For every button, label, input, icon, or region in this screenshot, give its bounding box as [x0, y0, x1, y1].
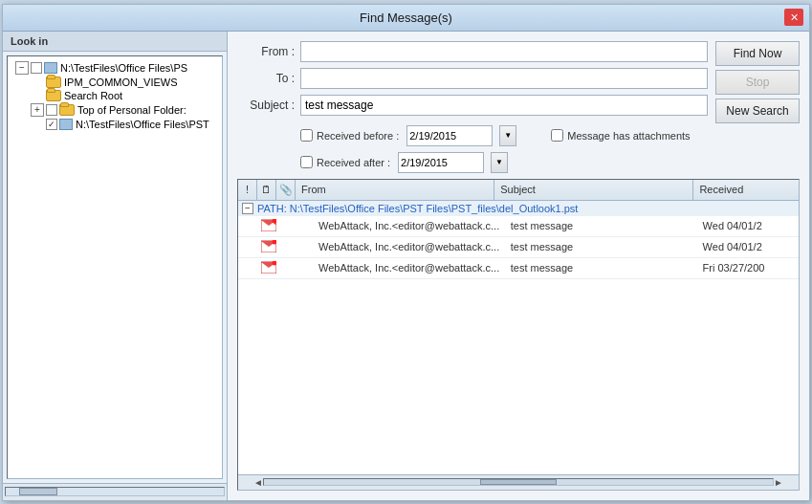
- tree-area[interactable]: − N:\TestFiles\Office Files\PS IPM_COMMO…: [7, 55, 223, 479]
- tree-expander-0[interactable]: −: [15, 61, 29, 75]
- tree-label-1: IPM_COMMON_VIEWS: [64, 77, 178, 88]
- group-collapse-btn[interactable]: −: [242, 203, 253, 214]
- received-after-group: Received after :: [300, 156, 390, 168]
- tree-item-1[interactable]: IPM_COMMON_VIEWS: [11, 76, 218, 89]
- folder-icon-3: [59, 104, 75, 116]
- received-before-label: Received before :: [317, 130, 399, 142]
- main-content: Look in − N:\TestFiles\Office Files\PS I…: [3, 32, 809, 500]
- from-label: From :: [237, 45, 295, 58]
- window-title: Find Message(s): [28, 11, 784, 25]
- received-before-arrow[interactable]: ▼: [499, 125, 516, 146]
- scroll-thumb[interactable]: [480, 479, 557, 485]
- close-button[interactable]: ✕: [784, 9, 803, 26]
- subject-input[interactable]: [300, 95, 708, 116]
- tree-item-4[interactable]: N:\TestFiles\Office Files\PST: [11, 118, 218, 131]
- row-subject-1: test message: [507, 241, 699, 252]
- attachments-label: Message has attachments: [567, 130, 690, 142]
- col-header-exclamation: !: [238, 180, 257, 200]
- tree-checkbox-3[interactable]: [46, 104, 57, 116]
- attachments-checkbox[interactable]: [551, 129, 563, 142]
- email-icon-2: [261, 261, 276, 274]
- tree-item-2[interactable]: Search Root: [11, 89, 218, 102]
- exclamation-icon: !: [246, 184, 249, 195]
- subject-row: Subject :: [237, 95, 708, 116]
- row-icon1-1: [257, 240, 276, 254]
- row-received-1: Wed 04/01/2: [699, 241, 799, 252]
- col-header-subject: Subject: [494, 180, 693, 200]
- tree-label-2: Search Root: [64, 90, 122, 101]
- left-scroll-track[interactable]: [5, 487, 225, 496]
- received-after-checkbox[interactable]: [300, 156, 313, 168]
- row-received-0: Wed 04/01/2: [699, 220, 799, 231]
- received-after-label: Received after :: [317, 157, 390, 168]
- tree-checkbox-4[interactable]: [46, 119, 57, 130]
- table-row[interactable]: WebAttack, Inc.<editor@webattack.c... te…: [238, 216, 799, 237]
- from-input[interactable]: [300, 41, 708, 62]
- row-subject-2: test message: [507, 262, 699, 274]
- received-after-date[interactable]: [398, 152, 484, 173]
- tree-label-0: N:\TestFiles\Office Files\PS: [60, 62, 187, 74]
- from-row: From :: [237, 41, 708, 62]
- received-after-row: Received after : ▼: [300, 152, 800, 173]
- to-label: To :: [237, 72, 295, 85]
- left-panel-scrollbar[interactable]: [3, 483, 227, 500]
- attachments-group: Message has attachments: [551, 129, 690, 142]
- row-received-2: Fri 03/27/200: [699, 262, 799, 274]
- results-scrollbar[interactable]: ◄ ►: [238, 474, 799, 490]
- title-bar: Find Message(s) ✕: [3, 5, 809, 32]
- tree-checkbox-0[interactable]: [31, 62, 42, 74]
- results-header: ! 🗒 📎 From Subject Received: [238, 180, 799, 201]
- to-input[interactable]: [300, 68, 708, 89]
- row-icon1-0: [257, 219, 276, 233]
- received-before-row: Received before : ▼ Message has attachme…: [300, 125, 800, 146]
- button-panel: Find Now Stop New Search: [715, 41, 800, 123]
- tree-expander-3[interactable]: +: [31, 103, 44, 117]
- email-icon-1: [261, 240, 276, 252]
- row-from-0: WebAttack, Inc.<editor@webattack.c...: [315, 220, 507, 231]
- received-before-checkbox[interactable]: [300, 129, 313, 142]
- form-fields: From : To : Subject :: [237, 41, 708, 116]
- tree-label-3: Top of Personal Folder:: [77, 104, 187, 116]
- stop-button[interactable]: Stop: [715, 70, 800, 95]
- email-icon-0: [261, 219, 276, 231]
- group-header: − PATH: N:\TestFiles\Office Files\PST Fi…: [238, 201, 799, 216]
- main-window: Find Message(s) ✕ Look in − N:\TestFiles…: [2, 4, 810, 501]
- clip-icon: 📎: [279, 184, 293, 196]
- received-before-date[interactable]: [406, 125, 493, 146]
- row-from-2: WebAttack, Inc.<editor@webattack.c...: [315, 262, 507, 274]
- col-header-received: Received: [693, 180, 799, 200]
- scroll-track[interactable]: [263, 478, 774, 486]
- left-scroll-thumb[interactable]: [19, 488, 57, 495]
- received-before-group: Received before :: [300, 129, 399, 142]
- right-panel: From : To : Subject :: [228, 32, 809, 500]
- tree-label-4: N:\TestFiles\Office Files\PST: [76, 119, 209, 130]
- results-body[interactable]: − PATH: N:\TestFiles\Office Files\PST Fi…: [238, 201, 799, 474]
- computer-icon-0: [44, 62, 57, 74]
- look-in-label: Look in: [3, 32, 227, 52]
- folder-icon-1: [46, 77, 61, 88]
- row-icon1-2: [257, 261, 276, 275]
- table-row[interactable]: WebAttack, Inc.<editor@webattack.c... te…: [238, 237, 799, 258]
- col-header-clip: 📎: [276, 180, 296, 200]
- tree-item-3[interactable]: + Top of Personal Folder:: [11, 102, 218, 118]
- col-header-doc: 🗒: [257, 180, 276, 200]
- results-area: ! 🗒 📎 From Subject Received: [237, 179, 800, 491]
- computer-icon-4: [59, 119, 73, 130]
- subject-label: Subject :: [237, 99, 295, 112]
- row-from-1: WebAttack, Inc.<editor@webattack.c...: [315, 241, 507, 252]
- find-now-button[interactable]: Find Now: [715, 41, 800, 66]
- form-top-row: From : To : Subject :: [237, 41, 800, 123]
- scroll-left-btn[interactable]: ◄: [253, 477, 263, 488]
- new-search-button[interactable]: New Search: [715, 99, 800, 123]
- to-row: To :: [237, 68, 708, 89]
- scroll-right-btn[interactable]: ►: [774, 477, 783, 488]
- folder-icon-2: [46, 90, 61, 101]
- group-path-label: PATH: N:\TestFiles\Office Files\PST File…: [257, 203, 578, 214]
- table-row[interactable]: WebAttack, Inc.<editor@webattack.c... te…: [238, 258, 799, 279]
- left-panel: Look in − N:\TestFiles\Office Files\PS I…: [3, 32, 228, 500]
- tree-item-0[interactable]: − N:\TestFiles\Office Files\PS: [11, 60, 218, 76]
- row-subject-0: test message: [507, 220, 699, 231]
- doc-icon: 🗒: [261, 184, 272, 195]
- col-header-from: From: [296, 180, 494, 200]
- received-after-arrow[interactable]: ▼: [491, 152, 508, 173]
